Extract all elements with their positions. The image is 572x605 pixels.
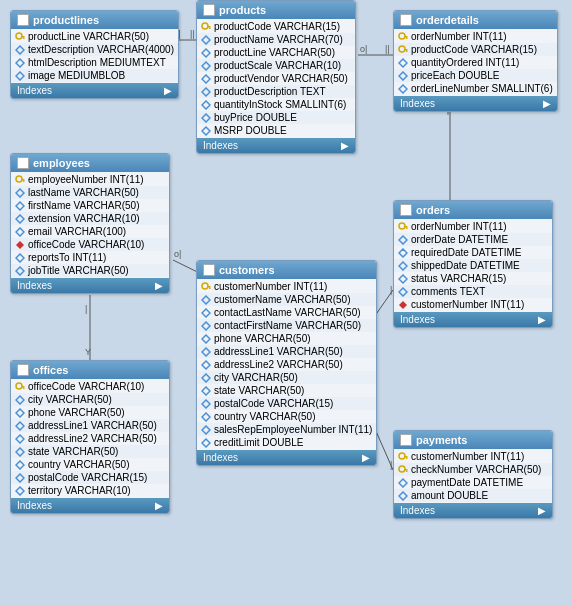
field-row: shippedDate DATETIME — [394, 259, 552, 272]
indexes-label: Indexes — [400, 505, 435, 516]
field-row: addressLine1 VARCHAR(50) — [11, 419, 169, 432]
svg-rect-73 — [406, 227, 408, 229]
indexes-footer-products[interactable]: Indexes▶ — [197, 138, 355, 153]
field-name: orderDate DATETIME — [411, 234, 508, 245]
field-name: phone VARCHAR(50) — [28, 407, 125, 418]
diamond-icon — [201, 321, 211, 331]
indexes-footer-offices[interactable]: Indexes▶ — [11, 498, 169, 513]
key-icon — [398, 32, 408, 42]
field-name: customerName VARCHAR(50) — [214, 294, 351, 305]
svg-rect-95 — [405, 469, 408, 471]
svg-text:o|: o| — [360, 44, 367, 54]
field-name: email VARCHAR(100) — [28, 226, 126, 237]
svg-marker-43 — [399, 59, 407, 67]
svg-marker-50 — [16, 202, 24, 210]
table-fields-payments: customerNumber INT(11)checkNumber VARCHA… — [394, 449, 552, 503]
table-header-orderdetails[interactable]: orderdetails — [394, 11, 557, 29]
field-row: amount DOUBLE — [394, 489, 552, 502]
field-name: reportsTo INT(11) — [28, 252, 106, 263]
diamond-icon — [15, 240, 25, 250]
field-name: textDescription VARCHAR(4000) — [28, 44, 174, 55]
indexes-footer-productlines[interactable]: Indexes▶ — [11, 83, 178, 98]
svg-point-37 — [399, 33, 405, 39]
field-row: addressLine2 VARCHAR(50) — [197, 358, 376, 371]
diamond-icon — [15, 227, 25, 237]
svg-rect-96 — [406, 470, 408, 472]
svg-marker-85 — [16, 422, 24, 430]
field-row: salesRepEmployeeNumber INT(11) — [197, 423, 376, 436]
svg-text:Y: Y — [85, 347, 91, 357]
diamond-icon — [201, 438, 211, 448]
svg-marker-35 — [202, 114, 210, 122]
field-row: orderDate DATETIME — [394, 233, 552, 246]
field-row: state VARCHAR(50) — [197, 384, 376, 397]
diamond-icon — [398, 248, 408, 258]
svg-rect-42 — [406, 50, 408, 52]
er-diagram: || || o| || o| | Y o| || Y || o| || prod… — [0, 0, 572, 605]
svg-rect-28 — [209, 27, 211, 29]
svg-marker-78 — [399, 288, 407, 296]
diamond-icon — [398, 300, 408, 310]
table-title-employees: employees — [33, 157, 90, 169]
field-name: priceEach DOUBLE — [411, 70, 499, 81]
field-name: productLine VARCHAR(50) — [214, 47, 335, 58]
svg-marker-70 — [202, 439, 210, 447]
field-row: status VARCHAR(15) — [394, 272, 552, 285]
field-row: productName VARCHAR(70) — [197, 33, 355, 46]
indexes-footer-employees[interactable]: Indexes▶ — [11, 278, 169, 293]
field-name: extension VARCHAR(10) — [28, 213, 140, 224]
field-name: postalCode VARCHAR(15) — [28, 472, 147, 483]
svg-marker-45 — [399, 85, 407, 93]
field-name: productDescription TEXT — [214, 86, 326, 97]
table-header-employees[interactable]: employees — [11, 154, 169, 172]
svg-marker-79 — [399, 301, 407, 309]
svg-marker-64 — [202, 361, 210, 369]
field-row: firstName VARCHAR(50) — [11, 199, 169, 212]
field-row: customerNumber INT(11) — [394, 450, 552, 463]
indexes-label: Indexes — [17, 85, 52, 96]
table-title-payments: payments — [416, 434, 467, 446]
svg-rect-21 — [22, 36, 25, 38]
indexes-footer-orders[interactable]: Indexes▶ — [394, 312, 552, 327]
field-name: paymentDate DATETIME — [411, 477, 523, 488]
diamond-icon — [15, 201, 25, 211]
table-header-orders[interactable]: orders — [394, 201, 552, 219]
table-title-offices: offices — [33, 364, 68, 376]
indexes-footer-payments[interactable]: Indexes▶ — [394, 503, 552, 518]
indexes-footer-customers[interactable]: Indexes▶ — [197, 450, 376, 465]
table-orderdetails: orderdetailsorderNumber INT(11)productCo… — [393, 10, 558, 112]
table-title-customers: customers — [219, 264, 275, 276]
indexes-footer-orderdetails[interactable]: Indexes▶ — [394, 96, 557, 111]
diamond-icon — [201, 295, 211, 305]
field-row: state VARCHAR(50) — [11, 445, 169, 458]
table-icon-productlines — [17, 14, 29, 26]
field-name: productName VARCHAR(70) — [214, 34, 343, 45]
table-fields-orders: orderNumber INT(11)orderDate DATETIMEreq… — [394, 219, 552, 312]
table-payments: paymentscustomerNumber INT(11)checkNumbe… — [393, 430, 553, 519]
table-fields-products: productCode VARCHAR(15)productName VARCH… — [197, 19, 355, 138]
field-name: firstName VARCHAR(50) — [28, 200, 140, 211]
diamond-icon — [398, 261, 408, 271]
svg-marker-44 — [399, 72, 407, 80]
table-header-customers[interactable]: customers — [197, 261, 376, 279]
field-row: city VARCHAR(50) — [11, 393, 169, 406]
field-name: checkNumber VARCHAR(50) — [411, 464, 541, 475]
svg-marker-65 — [202, 374, 210, 382]
table-header-productlines[interactable]: productlines — [11, 11, 178, 29]
table-header-offices[interactable]: offices — [11, 361, 169, 379]
key-icon — [201, 22, 211, 32]
table-header-payments[interactable]: payments — [394, 431, 552, 449]
expand-arrow: ▶ — [538, 314, 546, 325]
diamond-icon — [15, 460, 25, 470]
table-header-products[interactable]: products — [197, 1, 355, 19]
key-icon — [15, 382, 25, 392]
svg-marker-32 — [202, 75, 210, 83]
svg-marker-29 — [202, 36, 210, 44]
field-name: postalCode VARCHAR(15) — [214, 398, 333, 409]
expand-arrow: ▶ — [341, 140, 349, 151]
svg-rect-82 — [23, 387, 25, 389]
key-icon — [15, 175, 25, 185]
svg-marker-55 — [16, 267, 24, 275]
diamond-icon — [15, 473, 25, 483]
field-row: contactLastName VARCHAR(50) — [197, 306, 376, 319]
